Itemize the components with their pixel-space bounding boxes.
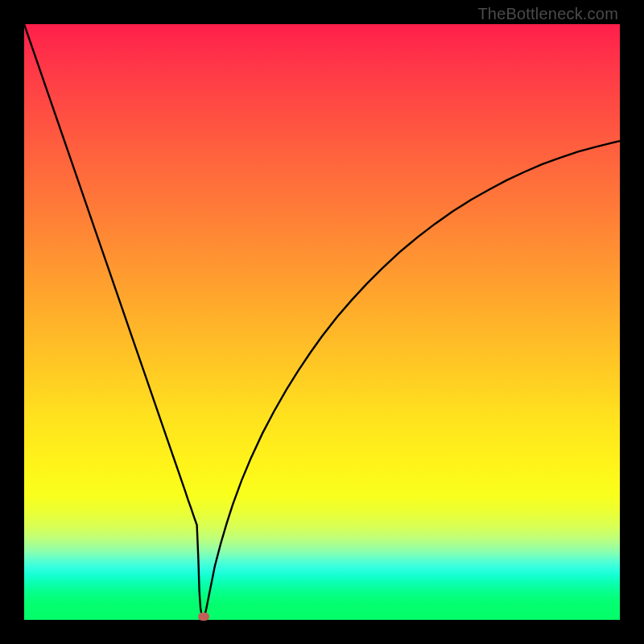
bottleneck-curve — [24, 24, 620, 620]
plot-area — [24, 24, 620, 620]
minimum-marker — [198, 613, 209, 621]
chart-frame: TheBottleneck.com — [0, 0, 644, 644]
attribution-text: TheBottleneck.com — [477, 5, 618, 23]
curve-path — [24, 24, 620, 618]
